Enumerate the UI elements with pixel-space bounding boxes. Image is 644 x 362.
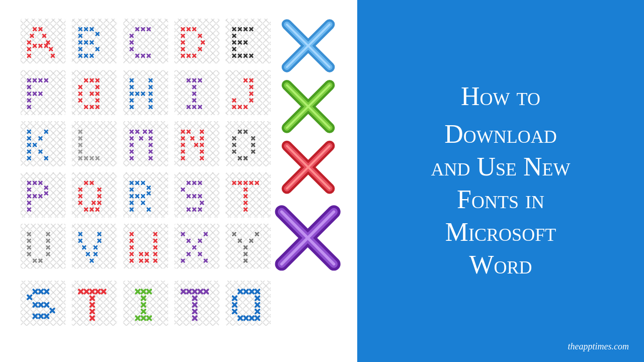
how-to-text: How to bbox=[431, 81, 570, 112]
article-title: How to Download and Use New Fonts in Mic… bbox=[431, 81, 570, 281]
svg-rect-11 bbox=[175, 70, 220, 115]
left-panel bbox=[0, 0, 357, 362]
right-panel: How to Download and Use New Fonts in Mic… bbox=[357, 0, 644, 362]
svg-rect-21 bbox=[175, 172, 220, 218]
stitch-illustration bbox=[10, 10, 347, 352]
site-name: theapptimes.com bbox=[568, 341, 629, 352]
svg-rect-27 bbox=[225, 224, 271, 269]
svg-rect-22 bbox=[225, 172, 271, 218]
main-title-text: Download and Use New Fonts in Microsoft … bbox=[431, 118, 570, 281]
